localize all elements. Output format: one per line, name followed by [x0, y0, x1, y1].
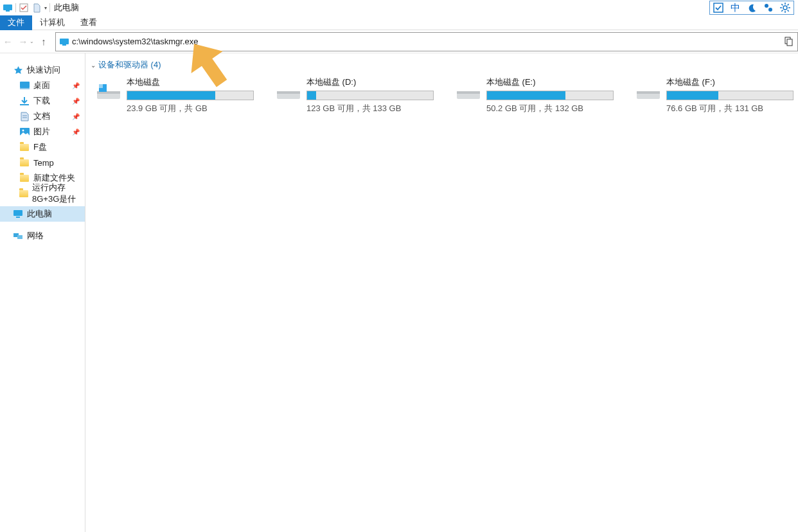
qat-dropdown-icon[interactable]: ▾ [44, 5, 47, 11]
drive-name: 本地磁盘 (F:) [666, 76, 798, 88]
group-label: 设备和驱动器 (4) [98, 59, 161, 71]
chevron-down-icon: ⌄ [91, 62, 96, 69]
nav-history-dropdown[interactable]: ⌄ [30, 39, 34, 44]
capacity-bar [306, 91, 434, 100]
capacity-fill [487, 91, 565, 100]
drive-name: 本地磁盘 (D:) [306, 76, 438, 88]
svg-rect-3 [714, 3, 723, 12]
capacity-bar [127, 91, 254, 100]
svg-rect-35 [277, 91, 300, 94]
pictures-icon [19, 127, 30, 137]
sidebar-label: 网络 [27, 230, 44, 242]
sidebar-label: 图片 [33, 126, 50, 137]
drive-icon [454, 78, 483, 106]
sidebar-downloads[interactable]: 下载 📌 [0, 93, 85, 109]
sidebar-temp[interactable]: Temp [0, 155, 85, 170]
pin-icon: 📌 [72, 113, 80, 120]
qat-file-icon[interactable] [31, 3, 42, 13]
tool-check-icon[interactable] [710, 1, 727, 14]
tool-moon-icon[interactable] [743, 1, 760, 14]
address-bar[interactable]: c:\windows\system32\taskmgr.exe [55, 32, 798, 51]
sidebar-label: 快速访问 [27, 64, 60, 76]
svg-line-11 [781, 4, 783, 5]
sidebar-this-pc[interactable]: 此电脑 [0, 206, 85, 222]
sidebar-label: F盘 [33, 141, 47, 153]
sidebar-label: 文档 [33, 111, 50, 122]
svg-rect-19 [20, 82, 30, 88]
tab-file[interactable]: 文件 [0, 15, 32, 30]
sidebar-label: 桌面 [33, 80, 50, 91]
drive-item[interactable]: 本地磁盘 (D:) 123 GB 可用，共 133 GB [274, 76, 438, 114]
svg-rect-20 [20, 88, 30, 89]
drive-subtext: 23.9 GB 可用，共 GB [127, 103, 258, 114]
drive-subtext: 50.2 GB 可用，共 132 GB [486, 103, 618, 114]
nav-back-icon[interactable]: ← [0, 34, 15, 49]
svg-rect-29 [17, 235, 22, 239]
svg-rect-15 [60, 39, 69, 44]
app-icon [3, 3, 13, 13]
drive-icon [274, 78, 303, 106]
sidebar-label: 此电脑 [27, 208, 52, 220]
desktop-icon [19, 80, 30, 91]
address-text[interactable]: c:\windows\system32\taskmgr.exe [72, 37, 783, 46]
address-app-icon [59, 37, 69, 47]
window-title: 此电脑 [54, 2, 79, 13]
document-icon [19, 111, 30, 121]
svg-rect-0 [3, 4, 12, 10]
svg-rect-16 [62, 44, 66, 46]
copy-path-icon[interactable] [783, 37, 794, 47]
nav-up-icon[interactable]: ↑ [36, 34, 51, 49]
capacity-fill [307, 91, 316, 100]
svg-line-12 [788, 10, 789, 12]
sidebar-quick-access[interactable]: 快速访问 [0, 62, 85, 78]
sidebar-label: 运行内存8G+3G是什 [32, 182, 85, 205]
drive-name: 本地磁盘 (E:) [486, 76, 618, 88]
separator [15, 3, 16, 12]
pin-icon: 📌 [72, 129, 80, 136]
svg-rect-21 [20, 104, 29, 105]
folder-icon [19, 142, 30, 152]
pin-icon: 📌 [72, 82, 80, 89]
nav-bar: ← → ⌄ ↑ c:\windows\system32\taskmgr.exe [0, 30, 798, 53]
sidebar-network[interactable]: 网络 [0, 228, 85, 244]
nav-forward-icon[interactable]: → [15, 34, 31, 49]
folder-icon [19, 157, 30, 168]
svg-rect-37 [457, 91, 480, 94]
star-icon [13, 65, 23, 75]
sidebar-label: Temp [33, 158, 54, 168]
svg-point-25 [22, 130, 24, 132]
svg-point-4 [765, 4, 768, 8]
pin-icon: 📌 [72, 98, 80, 105]
sidebar-pictures[interactable]: 图片 📌 [0, 124, 85, 139]
pc-icon [13, 209, 23, 219]
svg-rect-26 [13, 210, 22, 216]
drive-icon [94, 78, 123, 106]
capacity-bar [486, 91, 614, 100]
capacity-fill [667, 91, 718, 100]
svg-rect-18 [787, 39, 792, 46]
network-icon [13, 231, 23, 241]
svg-rect-1 [6, 10, 10, 12]
download-icon [19, 96, 30, 106]
sidebar-desktop[interactable]: 桌面 📌 [0, 78, 85, 93]
sidebar-runmem[interactable]: 运行内存8G+3G是什 [0, 186, 85, 201]
svg-line-14 [781, 10, 783, 12]
tab-view[interactable]: 查看 [73, 15, 105, 30]
separator [49, 3, 50, 12]
sidebar-fdisk[interactable]: F盘 [0, 139, 85, 155]
folder-icon [19, 188, 28, 199]
drive-subtext: 123 GB 可用，共 133 GB [306, 103, 438, 114]
content-area: ⌄ 设备和驱动器 (4) 本地磁盘 23.9 GB 可用，共 GB 本地磁盘 (… [85, 53, 798, 532]
tool-ime-icon[interactable]: 中 [727, 1, 743, 14]
drive-item[interactable]: 本地磁盘 (F:) 76.6 GB 可用，共 131 GB [634, 76, 798, 114]
svg-rect-39 [637, 91, 660, 94]
tab-computer[interactable]: 计算机 [32, 15, 73, 30]
title-bar: ▾ 此电脑 中 [0, 0, 798, 15]
drive-item[interactable]: 本地磁盘 (E:) 50.2 GB 可用，共 132 GB [454, 76, 618, 114]
sidebar-documents[interactable]: 文档 📌 [0, 109, 85, 124]
right-tool-group: 中 [709, 1, 794, 15]
tool-bubbles-icon[interactable] [760, 1, 777, 14]
tool-gear-icon[interactable] [777, 1, 794, 14]
folder-icon [19, 173, 30, 183]
qat-check-icon[interactable] [19, 3, 29, 13]
